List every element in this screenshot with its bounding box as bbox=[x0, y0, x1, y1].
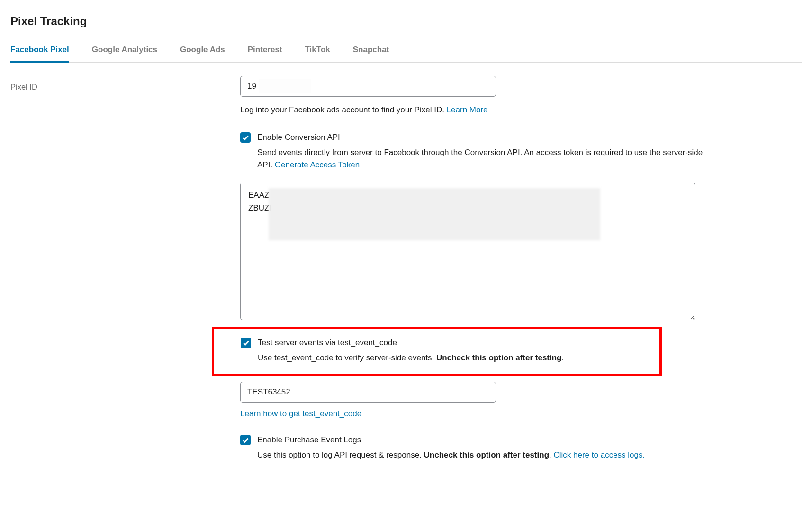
test-events-help-prefix: Use test_event_code to verify server-sid… bbox=[258, 353, 436, 362]
purchase-logs-help-prefix: Use this option to log API request & res… bbox=[257, 450, 424, 459]
access-logs-link[interactable]: Click here to access logs. bbox=[553, 450, 645, 459]
purchase-logs-help-bold: Uncheck this option after testing bbox=[424, 450, 549, 459]
checkmark-icon bbox=[242, 437, 249, 444]
test-events-help-bold: Uncheck this option after testing bbox=[436, 353, 561, 362]
conversion-api-help: Send events directly from server to Face… bbox=[257, 147, 709, 172]
tabs-bar: Facebook Pixel Google Analytics Google A… bbox=[10, 45, 802, 63]
tab-google-analytics[interactable]: Google Analytics bbox=[92, 45, 157, 63]
purchase-logs-help: Use this option to log API request & res… bbox=[257, 449, 709, 461]
checkmark-icon bbox=[243, 339, 250, 347]
tab-pinterest[interactable]: Pinterest bbox=[248, 45, 282, 63]
checkmark-icon bbox=[242, 134, 249, 141]
conversion-api-row: Enable Conversion API Send events direct… bbox=[240, 131, 709, 171]
pixel-id-help: Log into your Facebook ads account to fi… bbox=[240, 103, 709, 116]
test-events-label: Test server events via test_event_code bbox=[258, 337, 658, 349]
tab-tiktok[interactable]: TikTok bbox=[305, 45, 330, 63]
tab-snapchat[interactable]: Snapchat bbox=[353, 45, 389, 63]
test-events-checkbox[interactable] bbox=[241, 338, 251, 348]
redacted-region bbox=[269, 188, 600, 240]
learn-test-code-link[interactable]: Learn how to get test_event_code bbox=[240, 409, 361, 419]
page-title: Pixel Tracking bbox=[10, 15, 802, 28]
purchase-logs-label: Enable Purchase Event Logs bbox=[257, 434, 709, 446]
test-events-row: Test server events via test_event_code U… bbox=[241, 337, 658, 364]
purchase-logs-row: Enable Purchase Event Logs Use this opti… bbox=[240, 434, 709, 461]
tab-facebook-pixel[interactable]: Facebook Pixel bbox=[10, 45, 69, 63]
test-events-help: Use test_event_code to verify server-sid… bbox=[258, 352, 658, 364]
tab-google-ads[interactable]: Google Ads bbox=[180, 45, 225, 63]
form-row-pixel-id: Pixel ID Log into your Facebook ads acco… bbox=[10, 76, 802, 461]
conversion-api-checkbox[interactable] bbox=[240, 132, 251, 143]
test-events-help-suffix: . bbox=[562, 353, 564, 362]
purchase-logs-checkbox[interactable] bbox=[240, 435, 251, 445]
pixel-id-label: Pixel ID bbox=[10, 76, 240, 92]
highlight-box: Test server events via test_event_code U… bbox=[212, 327, 662, 376]
redacted-region bbox=[259, 79, 311, 93]
generate-token-link[interactable]: Generate Access Token bbox=[275, 160, 360, 169]
test-event-code-input[interactable] bbox=[240, 382, 496, 403]
conversion-api-label: Enable Conversion API bbox=[257, 131, 709, 144]
pixel-id-help-text: Log into your Facebook ads account to fi… bbox=[240, 105, 447, 114]
learn-more-link[interactable]: Learn More bbox=[447, 105, 488, 114]
